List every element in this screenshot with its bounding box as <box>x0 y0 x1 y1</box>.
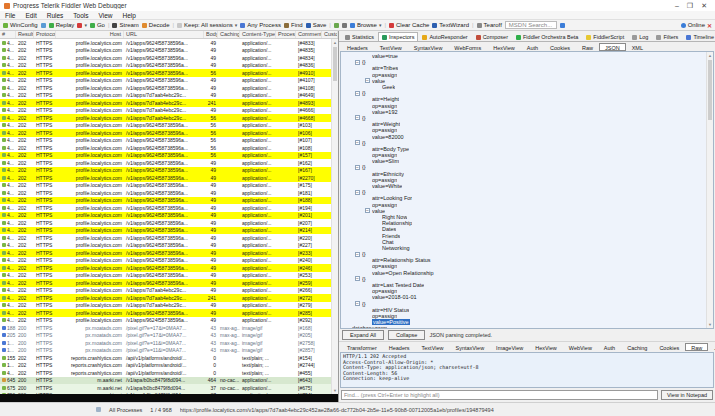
session-row[interactable]: 1...200HTTPSpx.moatads.com/pixel.gif?e=1… <box>0 339 338 347</box>
response-tab-headers[interactable]: Headers <box>383 343 416 351</box>
session-row[interactable]: 4...202HTTPSprofile.localytics.com/v1/ap… <box>0 264 338 272</box>
toolbar-button-help-icon[interactable] <box>560 23 565 28</box>
tab-fiddler-orchestra-beta[interactable]: Fiddler Orchestra Beta <box>512 32 582 41</box>
session-row[interactable]: 4...202HTTPSprofile.localytics.com/v1/ap… <box>0 92 338 100</box>
tab-autoresponder[interactable]: AutoResponder <box>418 32 471 41</box>
session-row[interactable]: 4...202HTTPSprofile.localytics.com/v1/ap… <box>0 212 338 220</box>
response-tab-caching[interactable]: Caching <box>621 343 653 351</box>
request-tab-xml[interactable]: XML <box>626 43 649 51</box>
response-tab-syntaxview[interactable]: SyntaxView <box>449 343 490 351</box>
collapse-toggle-icon[interactable]: − <box>355 165 360 170</box>
toolbar-button-textwizard-icon[interactable]: TextWizard <box>432 22 469 28</box>
toolbar-button-remove-sessions-icon[interactable]: ▾ <box>77 22 87 28</box>
session-row[interactable]: 675200HTTPSm.aarki.net/v1/apa/b0bc8479f8… <box>0 384 338 392</box>
session-row[interactable]: 4...202HTTPSprofile.localytics.com/v1/ap… <box>0 47 338 55</box>
session-row[interactable]: 4...202HTTPSprofile.localytics.com/v1/ap… <box>0 234 338 242</box>
quickexec-input[interactable] <box>0 394 338 402</box>
session-row[interactable]: 4...202HTTPSprofile.localytics.com/v1/ap… <box>0 249 338 257</box>
request-tab-hexview[interactable]: HexView <box>487 43 521 51</box>
column-header-caching[interactable]: Caching <box>218 31 240 38</box>
response-tab-webview[interactable]: WebView <box>563 343 598 351</box>
menu-item-edit[interactable]: Edit <box>20 12 41 19</box>
session-row[interactable]: 4...202HTTPSprofile.localytics.com/v1/ap… <box>0 159 338 167</box>
session-row[interactable]: 4...202HTTPSprofile.localytics.com/v1/ap… <box>0 242 338 250</box>
expand-all-button[interactable]: Expand All <box>342 330 384 340</box>
request-tab-webforms[interactable]: WebForms <box>448 43 487 51</box>
toolbar-button-tearoff-icon[interactable]: Tearoff <box>477 22 502 28</box>
menu-item-help[interactable]: Help <box>117 12 140 19</box>
session-row[interactable]: 4...202HTTPSprofile.localytics.com/v1/ap… <box>0 317 338 325</box>
tab-fiddlerscript[interactable]: FiddlerScript <box>582 32 628 41</box>
capturing-icon[interactable] <box>96 407 101 412</box>
session-row[interactable]: 4...202HTTPSprofile.localytics.com/v1/ap… <box>0 54 338 62</box>
response-tab-imageview[interactable]: ImageView <box>490 343 529 351</box>
toolbar-button-keep-sessions-icon[interactable]: Keep: All sessions▾ <box>177 22 237 28</box>
collapse-toggle-icon[interactable]: − <box>355 115 360 120</box>
session-row[interactable]: 1...200HTTPSpx.moatads.com/pixel.gif?e=1… <box>0 347 338 355</box>
collapse-toggle-icon[interactable]: − <box>365 208 370 213</box>
response-tab-json[interactable]: JSON <box>708 343 715 351</box>
column-header-result[interactable]: Result <box>16 31 34 38</box>
toolbar-button-save-icon[interactable]: Save <box>306 22 327 28</box>
session-row[interactable]: 4...202HTTPSprofile.localytics.com/v1/ap… <box>0 294 338 302</box>
response-tab-raw[interactable]: Raw <box>685 343 708 351</box>
session-row[interactable]: 4...202HTTPSprofile.localytics.com/v1/ap… <box>0 189 338 197</box>
json-tree-node[interactable]: database=app <box>341 325 706 328</box>
session-list-scrollbar[interactable]: ▲ ▼ <box>331 39 338 394</box>
column-header-content-type[interactable]: Content-Type <box>240 31 276 38</box>
session-row[interactable]: 4...202HTTPSprofile.localytics.com/v1/ap… <box>0 84 338 92</box>
menu-item-rules[interactable]: Rules <box>42 12 69 19</box>
scrollbar-thumb[interactable] <box>708 60 712 120</box>
session-row[interactable]: 4...202HTTPSprofile.localytics.com/v1/ap… <box>0 279 338 287</box>
session-row[interactable]: 4...202HTTPSprofile.localytics.com/v1/ap… <box>0 302 338 310</box>
session-row[interactable]: 4...202HTTPSprofile.localytics.com/v1/ap… <box>0 129 338 137</box>
session-row[interactable]: 4...202HTTPSreports.crashlytics.com/api/… <box>0 369 338 377</box>
session-row[interactable]: 4...202HTTPSprofile.localytics.com/v1/ap… <box>0 272 338 280</box>
response-tab-auth[interactable]: Auth <box>598 343 621 351</box>
toolbar-button-browse-icon[interactable]: Browse▾ <box>350 22 382 28</box>
session-row[interactable]: 4...202HTTPSprofile.localytics.com/v1/ap… <box>0 167 338 175</box>
msdn-search-input[interactable]: MSDN Search... <box>505 21 557 29</box>
menu-item-file[interactable]: File <box>0 12 20 19</box>
collapse-toggle-icon[interactable]: − <box>355 140 360 145</box>
toolbar-button-comment-icon[interactable] <box>41 23 46 28</box>
online-indicator[interactable]: Online✕ <box>681 22 712 29</box>
session-row[interactable]: 4...202HTTPSprofile.localytics.com/v1/ap… <box>0 62 338 70</box>
session-row[interactable]: 4...202HTTPSprofile.localytics.com/v1/ap… <box>0 152 338 160</box>
session-row[interactable]: 4...202HTTPSprofile.localytics.com/v1/ap… <box>0 227 338 235</box>
find-input[interactable] <box>341 390 658 400</box>
toolbar-button-timer-icon[interactable] <box>342 23 347 28</box>
session-row[interactable]: 4...202HTTPSprofile.localytics.com/v1/ap… <box>0 107 338 115</box>
tab-log[interactable]: Log <box>628 32 652 41</box>
response-tab-textview[interactable]: TextView <box>416 343 450 351</box>
scrollbar-thumb[interactable] <box>333 47 337 81</box>
column-header-url[interactable]: URL <box>124 31 204 38</box>
response-tab-cookies[interactable]: Cookies <box>653 343 685 351</box>
menu-item-tools[interactable]: Tools <box>68 12 93 19</box>
response-tab-hexview[interactable]: HexView <box>529 343 563 351</box>
session-row[interactable]: 4...202HTTPSprofile.localytics.com/v1/ap… <box>0 77 338 85</box>
scroll-up-icon[interactable]: ▲ <box>332 39 338 46</box>
session-row[interactable]: 4...202HTTPSprofile.localytics.com/v1/ap… <box>0 309 338 317</box>
session-row[interactable]: 4...202HTTPSprofile.localytics.com/v1/ap… <box>0 287 338 295</box>
collapse-toggle-icon[interactable]: − <box>355 276 360 281</box>
tab-inspectors[interactable]: Inspectors <box>378 32 418 41</box>
toolbar-button-find-icon[interactable]: Find <box>284 22 303 28</box>
tab-timeline[interactable]: Timeline <box>682 32 715 41</box>
toolbar-button-replay-icon[interactable]: Replay <box>49 22 75 28</box>
disconnect-icon[interactable]: ✕ <box>707 22 712 29</box>
toolbar-button-winconfig-icon[interactable]: WinConfig <box>3 22 38 28</box>
maximize-button[interactable]: ❐ <box>687 2 693 10</box>
collapse-toggle-icon[interactable]: − <box>355 60 360 65</box>
session-row[interactable]: 4...202HTTPSprofile.localytics.com/v1/ap… <box>0 174 338 182</box>
collapse-toggle-icon[interactable]: − <box>355 301 360 306</box>
toolbar-button-stream-icon[interactable]: Stream <box>112 22 138 28</box>
scroll-down-icon[interactable]: ▼ <box>332 387 338 394</box>
session-row[interactable]: 4...202HTTPSprofile.localytics.com/v1/ap… <box>0 39 338 47</box>
session-row[interactable]: 4...202HTTPSprofile.localytics.com/v1/ap… <box>0 69 338 77</box>
close-button[interactable]: ✕ <box>701 2 707 10</box>
session-row[interactable]: 4...202HTTPSprofile.localytics.com/v1/ap… <box>0 99 338 107</box>
json-tree-scrollbar[interactable]: ▲ ▼ <box>706 52 713 328</box>
session-row[interactable]: 4...202HTTPSprofile.localytics.com/v1/ap… <box>0 114 338 122</box>
session-row[interactable]: 4...202HTTPSprofile.localytics.com/v1/ap… <box>0 182 338 190</box>
